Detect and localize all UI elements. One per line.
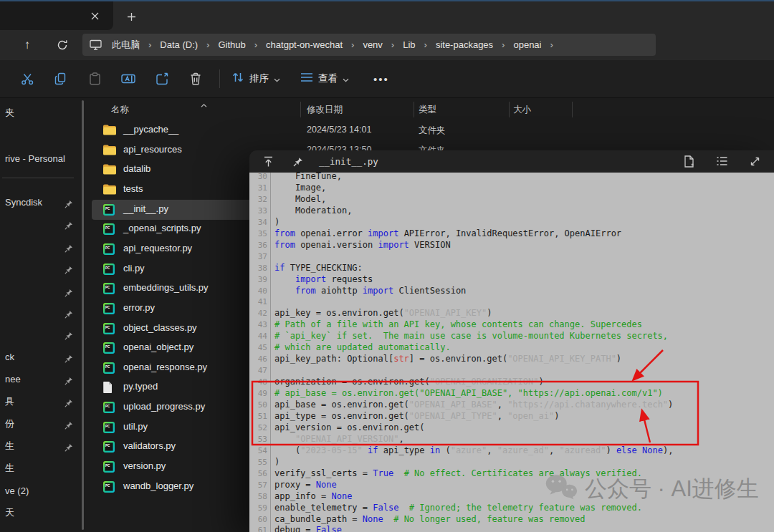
open-file-icon[interactable] (679, 152, 698, 170)
code-text: # `api_key` if set. The main use case is… (274, 331, 668, 342)
pycharm-file-icon: PC (103, 243, 116, 255)
code-line: 37 (249, 251, 774, 263)
code-line: 47 (249, 365, 774, 377)
preview-titlebar[interactable]: __init__.py (249, 150, 774, 173)
file-row[interactable]: __pycache__2024/5/23 14:01文件夹 (92, 120, 573, 140)
breadcrumb-item[interactable]: venv (357, 37, 388, 52)
breadcrumb-item[interactable]: site-packages (430, 37, 499, 52)
scroll-to-top-icon[interactable] (259, 153, 277, 171)
pin-window-icon[interactable] (289, 153, 307, 171)
code-text: # api_base = os.environ.get("OPENAI_API_… (274, 388, 663, 400)
rename-button[interactable] (121, 72, 135, 86)
pin-icon (64, 309, 73, 317)
svg-text:PC: PC (105, 206, 110, 210)
code-text: from openai.error import APIError, Inval… (274, 228, 621, 240)
view-icon (300, 72, 313, 85)
file-name: api_requestor.py (123, 243, 192, 253)
column-header-type[interactable]: 类型 (419, 104, 436, 116)
code-line: 34) (249, 217, 774, 228)
sidebar-item[interactable]: rive - Personal (0, 151, 79, 167)
explorer-tab[interactable] (0, 1, 113, 30)
column-header-name[interactable]: 名称 (111, 104, 129, 116)
line-number: 57 (249, 480, 267, 491)
sidebar-item[interactable]: 夹 (0, 105, 79, 121)
nav-up-button[interactable]: ↑ (17, 35, 37, 55)
breadcrumb-item[interactable]: Lib (397, 37, 421, 52)
code-line: 56verify_ssl_certs = True # No effect. C… (249, 468, 774, 480)
chevron-right-icon: › (421, 39, 430, 50)
expand-fullscreen-icon[interactable] (745, 152, 764, 170)
code-line: 30 FineTune, (249, 171, 774, 183)
code-text: ) (274, 457, 280, 468)
new-tab-button[interactable] (122, 7, 140, 26)
sort-label: 排序 (249, 72, 269, 85)
column-header-size[interactable]: 大小 (513, 104, 531, 116)
line-number: 40 (249, 286, 267, 297)
breadcrumb-item[interactable]: Github (212, 37, 251, 52)
line-number: 30 (249, 171, 267, 183)
pycharm-file-icon: PC (103, 461, 116, 473)
sort-button[interactable]: 排序 (231, 72, 280, 86)
breadcrumb-item[interactable]: Data (D:) (154, 37, 204, 52)
code-text: Model, (274, 194, 326, 205)
code-line: 38if TYPE_CHECKING: (249, 263, 774, 274)
sidebar-scrollbar[interactable] (82, 100, 84, 530)
chevron-right-icon: › (204, 39, 212, 50)
column-divider[interactable] (300, 102, 301, 117)
file-name: _openai_scripts.py (123, 223, 201, 233)
breadcrumb-item[interactable]: openai (507, 37, 547, 52)
code-line: 35from openai.error import APIError, Inv… (249, 228, 774, 240)
chevron-right-icon: › (348, 39, 357, 50)
toolbar-icons (20, 72, 222, 86)
code-line: 36from openai.version import VERSION (249, 240, 774, 251)
code-line: 40 from aiohttp import ClientSession (249, 286, 774, 297)
file-name: py.typed (123, 381, 158, 392)
delete-button[interactable] (188, 72, 203, 86)
svg-text:PC: PC (105, 364, 110, 368)
breadcrumb[interactable]: 此电脑›Data (D:)›Github›chatgpt-on-wechat›v… (82, 34, 656, 56)
sidebar-item[interactable]: ve (2) (0, 483, 79, 499)
column-divider[interactable] (509, 102, 510, 117)
breadcrumb-item[interactable]: chatgpt-on-wechat (260, 37, 348, 52)
line-number: 37 (249, 251, 267, 263)
column-header-date[interactable]: 修改日期 (307, 104, 343, 116)
outline-list-icon[interactable] (712, 152, 731, 170)
sidebar-item[interactable]: 天 (0, 505, 79, 521)
code-text: Image, (274, 183, 326, 194)
column-divider[interactable] (414, 102, 414, 117)
file-date: 2024/5/23 14:01 (307, 125, 371, 135)
chevron-down-icon (274, 72, 280, 85)
svg-text:PC: PC (105, 424, 110, 427)
sidebar-item[interactable]: 生 (0, 460, 79, 476)
code-line: 55) (249, 457, 774, 468)
svg-text:PC: PC (105, 305, 110, 309)
folder-icon (103, 164, 116, 175)
breadcrumb-item[interactable]: 此电脑 (106, 37, 145, 54)
code-text: from aiohttp import ClientSession (274, 286, 466, 297)
view-button[interactable]: 查看 (300, 72, 349, 85)
pin-icon (64, 220, 73, 228)
code-text: api_type = os.environ.get("OPENAI_API_TY… (274, 411, 559, 422)
more-options-button[interactable]: ••• (373, 73, 389, 85)
line-number: 32 (249, 194, 267, 205)
line-number: 43 (249, 319, 267, 331)
folder-icon (103, 145, 116, 156)
file-icon (103, 382, 116, 393)
breadcrumb-items: 此电脑›Data (D:)›Github›chatgpt-on-wechat›v… (106, 37, 556, 54)
share-button[interactable] (155, 72, 169, 86)
line-number: 61 (249, 525, 267, 532)
copy-button[interactable] (54, 72, 68, 86)
tab-close-icon[interactable] (86, 7, 103, 24)
svg-text:PC: PC (105, 226, 110, 230)
refresh-button[interactable] (52, 35, 72, 55)
pin-icon (64, 353, 73, 362)
sidebar-divider (2, 178, 74, 178)
pin-icon (64, 287, 73, 296)
sort-icon (231, 72, 244, 86)
pycharm-file-icon: PC (103, 422, 116, 433)
column-divider[interactable] (572, 102, 573, 117)
line-number: 53 (249, 434, 267, 445)
file-name: __init__.py (123, 203, 168, 214)
code-editor-area[interactable]: 30 FineTune,31 Image,32 Model,33 Moderat… (249, 173, 774, 532)
cut-button[interactable] (20, 72, 34, 86)
